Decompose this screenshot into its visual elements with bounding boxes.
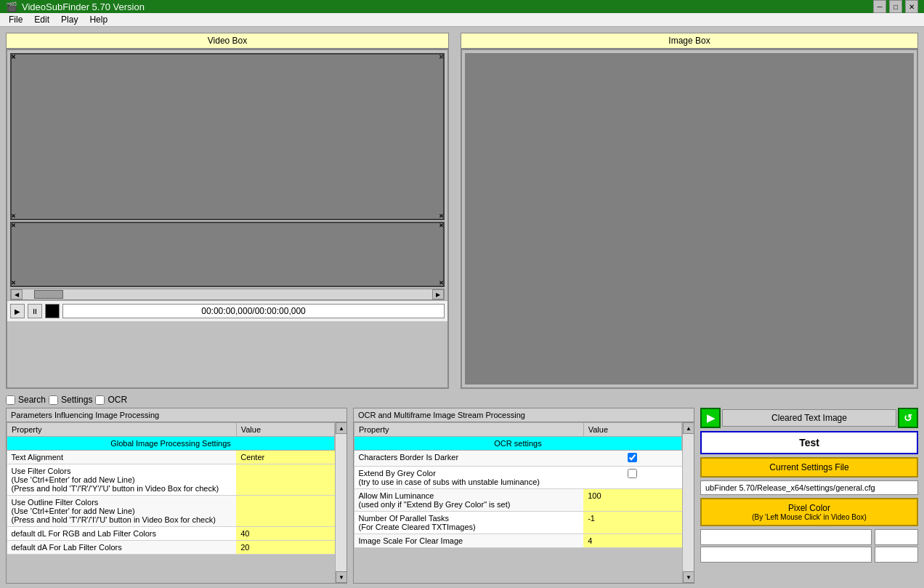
maximize-button[interactable]: □ bbox=[889, 0, 902, 13]
tab-settings[interactable]: Settings bbox=[49, 395, 92, 405]
pixel-color-btn[interactable]: Pixel Color (By 'Left Mouse Click' in Vi… bbox=[700, 498, 918, 526]
pixel-swatch-2 bbox=[875, 547, 918, 563]
scrollbar-thumb[interactable] bbox=[34, 290, 63, 299]
video-bottom-frame: ✕ ✕ ✕ ✕ bbox=[10, 222, 445, 287]
menu-play[interactable]: Play bbox=[55, 13, 84, 26]
left-table-scroll[interactable]: ▲ ▼ bbox=[335, 422, 346, 583]
play-button[interactable]: ▶ bbox=[10, 304, 25, 318]
ocr-scroll-track bbox=[683, 434, 694, 571]
left-section-header: Global Image Processing Settings bbox=[7, 437, 335, 451]
table-row: Use Filter Colors(Use 'Ctrl+Enter' for a… bbox=[7, 464, 335, 496]
table-row: Number Of Parallel Tasks(For Create Clea… bbox=[354, 512, 682, 534]
val-extend-grey bbox=[583, 467, 681, 489]
pixel-input-2[interactable] bbox=[700, 547, 872, 563]
prop-parallel-tasks: Number Of Parallel Tasks(For Create Clea… bbox=[354, 512, 584, 534]
pixel-input-1[interactable] bbox=[700, 529, 872, 545]
val-parallel-tasks: -1 bbox=[583, 512, 681, 534]
prop-allow-min-lum: Allow Min Luminance(used only if "Extend… bbox=[354, 489, 584, 512]
tabs-row: Search Settings OCR bbox=[6, 395, 918, 405]
image-container bbox=[461, 49, 918, 389]
test-box: Test bbox=[700, 431, 918, 454]
corner-bl-tr: ✕ bbox=[439, 222, 444, 229]
video-inner: ✕ ✕ ✕ ✕ ✕ ✕ ✕ ✕ ◀ ▶ bbox=[7, 50, 447, 387]
left-scroll-up[interactable]: ▲ bbox=[336, 422, 346, 434]
ocr-table: Property Value OCR settings Characters B… bbox=[354, 422, 682, 548]
left-section-label: Global Image Processing Settings bbox=[7, 437, 335, 451]
corner-bl: ✕ bbox=[11, 213, 16, 220]
tab-ocr-checkbox[interactable] bbox=[95, 395, 105, 405]
minimize-button[interactable]: ─ bbox=[873, 0, 886, 13]
title-bar: 🎬 VideoSubFinder 5.70 Version ─ □ ✕ bbox=[0, 0, 924, 13]
corner-bl-br: ✕ bbox=[439, 280, 444, 286]
video-container: ✕ ✕ ✕ ✕ ✕ ✕ ✕ ✕ ◀ ▶ bbox=[6, 49, 449, 389]
corner-br: ✕ bbox=[439, 213, 444, 220]
pause-button[interactable]: ⏸ bbox=[28, 304, 42, 318]
left-table-main[interactable]: Property Value Global Image Processing S… bbox=[7, 422, 335, 583]
ocr-table-main[interactable]: Property Value OCR settings Characters B… bbox=[354, 422, 682, 583]
ocr-scroll-up[interactable]: ▲ bbox=[683, 422, 694, 434]
left-table-panel: Parameters Influencing Image Processing … bbox=[6, 408, 347, 584]
ocr-scroll-down[interactable]: ▼ bbox=[683, 571, 694, 583]
corner-bl-tl: ✕ bbox=[11, 222, 16, 229]
tab-settings-checkbox[interactable] bbox=[49, 395, 58, 405]
val-filter-colors bbox=[236, 464, 334, 496]
video-scrollbar[interactable]: ◀ ▶ bbox=[10, 289, 445, 300]
ocr-col-property: Property bbox=[354, 423, 584, 437]
val-allow-min-lum: 100 bbox=[583, 489, 681, 512]
pixel-color-row2 bbox=[700, 547, 918, 563]
ocr-table-scroll[interactable]: ▲ ▼ bbox=[682, 422, 694, 583]
ocr-table-title: OCR and Multiframe Image Stream Processi… bbox=[354, 408, 694, 422]
settings-file-path: ubFinder 5.70/Release_x64/settings/gener… bbox=[700, 480, 918, 495]
tab-search-checkbox[interactable] bbox=[6, 395, 15, 405]
checkbox-extend-grey[interactable] bbox=[628, 469, 637, 478]
ocr-table-panel: OCR and Multiframe Image Stream Processi… bbox=[353, 408, 694, 584]
image-box-label: Image Box bbox=[461, 33, 918, 49]
table-row: Image Scale For Clear Image 4 bbox=[354, 534, 682, 548]
tab-search[interactable]: Search bbox=[6, 395, 46, 405]
table-row: Extend By Grey Color(try to use in case … bbox=[354, 467, 682, 489]
tab-ocr-label: OCR bbox=[108, 395, 127, 405]
title-bar-controls: ─ □ ✕ bbox=[873, 0, 918, 13]
tab-ocr[interactable]: OCR bbox=[95, 395, 127, 405]
pixel-color-sublabel: (By 'Left Mouse Click' in Video Box) bbox=[705, 513, 913, 521]
image-section: Image Box bbox=[461, 33, 918, 389]
cleared-text-left-btn[interactable]: ▶ bbox=[700, 408, 721, 428]
title-bar-left: 🎬 VideoSubFinder 5.70 Version bbox=[6, 1, 145, 12]
prop-da: default dA For Lab Filter Colors bbox=[7, 541, 237, 555]
bottom-panels: Parameters Influencing Image Processing … bbox=[6, 408, 918, 584]
ocr-section-label: OCR settings bbox=[354, 437, 682, 451]
image-display bbox=[465, 53, 914, 384]
scroll-left-btn[interactable]: ◀ bbox=[11, 289, 23, 299]
cleared-text-right-btn[interactable]: ↺ bbox=[898, 408, 918, 428]
menu-edit[interactable]: Edit bbox=[28, 13, 55, 26]
current-settings-btn[interactable]: Current Settings File bbox=[700, 457, 918, 478]
time-display: 00:00:00,000/00:00:00,000 bbox=[62, 304, 445, 318]
video-top-frame: ✕ ✕ ✕ ✕ bbox=[10, 53, 445, 220]
val-da: 20 bbox=[236, 541, 334, 555]
prop-extend-grey: Extend By Grey Color(try to use in case … bbox=[354, 467, 584, 489]
video-section: Video Box ✕ ✕ ✕ ✕ ✕ ✕ ✕ ✕ bbox=[6, 33, 449, 389]
val-dl: 40 bbox=[236, 527, 334, 541]
val-image-scale: 4 bbox=[583, 534, 681, 548]
close-button[interactable]: ✕ bbox=[905, 0, 918, 13]
ocr-table-content: Property Value OCR settings Characters B… bbox=[354, 422, 694, 583]
menu-file[interactable]: File bbox=[3, 13, 28, 26]
stop-button[interactable]: ■ bbox=[45, 304, 60, 318]
prop-text-alignment: Text Alignment bbox=[7, 451, 237, 464]
val-outline-colors bbox=[236, 496, 334, 527]
left-scroll-down[interactable]: ▼ bbox=[336, 571, 346, 583]
table-row: Use Outline Filter Colors(Use 'Ctrl+Ente… bbox=[7, 496, 335, 527]
table-row: default dA For Lab Filter Colors 20 bbox=[7, 541, 335, 555]
video-box-label: Video Box bbox=[6, 33, 449, 49]
left-col-property: Property bbox=[7, 423, 237, 437]
pixel-color-label: Pixel Color bbox=[705, 503, 913, 513]
scroll-right-btn[interactable]: ▶ bbox=[432, 289, 444, 299]
tab-search-label: Search bbox=[18, 395, 46, 405]
corner-bl-bl: ✕ bbox=[11, 280, 16, 286]
video-controls: ▶ ⏸ ■ 00:00:00,000/00:00:00,000 bbox=[7, 300, 447, 321]
menu-help[interactable]: Help bbox=[84, 13, 113, 26]
pixel-color-section bbox=[700, 529, 918, 563]
val-chars-border bbox=[583, 451, 681, 467]
bottom-section: Search Settings OCR Parameters Influenci… bbox=[6, 395, 918, 584]
checkbox-chars-border[interactable] bbox=[628, 453, 637, 462]
